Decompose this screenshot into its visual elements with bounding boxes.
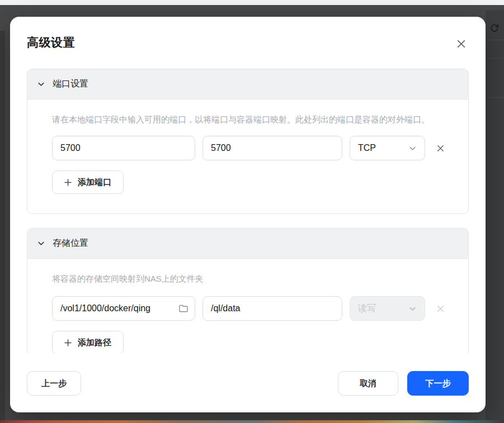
port-settings-section: 端口设置 请在本地端口字段中输入可用的端口，以将端口与容器端口映射。此处列出的端… [27, 69, 469, 214]
remove-port-button[interactable] [435, 142, 446, 154]
remove-path-button [435, 302, 446, 315]
remove-icon [436, 305, 445, 313]
next-step-button[interactable]: 下一步 [407, 371, 469, 396]
remove-icon [436, 144, 445, 153]
toolbar-divider [486, 97, 504, 98]
toolbar-divider [486, 40, 504, 40]
local-port-input[interactable] [52, 136, 195, 160]
folder-icon [178, 303, 189, 314]
dialog-title: 高级设置 [27, 35, 75, 50]
plus-icon [64, 339, 72, 346]
background-window-edge [0, 31, 5, 423]
add-path-label: 添加路径 [78, 338, 111, 348]
chevron-down-icon [37, 239, 45, 248]
add-port-button[interactable]: 添加端口 [52, 170, 124, 194]
section-title: 存储位置 [53, 237, 88, 249]
storage-location-header[interactable]: 存储位置 [27, 229, 468, 259]
container-path-input[interactable] [202, 296, 342, 321]
container-port-input[interactable] [202, 136, 342, 160]
permission-select: 读写 [350, 296, 425, 321]
section-title: 端口设置 [53, 78, 88, 90]
toolbar-divider [486, 58, 504, 59]
protocol-value: TCP [358, 143, 376, 153]
cancel-button[interactable]: 取消 [338, 371, 398, 396]
advanced-settings-dialog: 高级设置 端口设置 请在本地端口字段中输入可用的端口，以将端口与容器端口映射。此… [10, 17, 486, 412]
desktop-wallpaper-strip [0, 420, 504, 423]
add-port-label: 添加端口 [78, 177, 111, 188]
port-settings-header[interactable]: 端口设置 [27, 69, 468, 99]
storage-location-section: 存储位置 将容器的存储空间映射到NAS上的文件夹 [27, 228, 469, 353]
top-strip [0, 0, 504, 5]
add-path-button[interactable]: 添加路径 [52, 331, 124, 353]
port-settings-description: 请在本地端口字段中输入可用的端口，以将端口与容器端口映射。此处列出的端口是容器的… [52, 110, 446, 129]
previous-step-button[interactable]: 上一步 [27, 371, 81, 396]
storage-mapping-row: 读写 [52, 296, 446, 321]
protocol-select[interactable]: TCP [350, 136, 425, 160]
screen: 高级设置 端口设置 请在本地端口字段中输入可用的端口，以将端口与容器端口映射。此… [0, 0, 504, 423]
plus-icon [64, 179, 72, 186]
chevron-down-icon [37, 80, 45, 88]
folder-browse-button[interactable] [177, 302, 190, 315]
permission-value: 读写 [358, 303, 376, 315]
port-mapping-row: TCP [52, 136, 446, 160]
chevron-down-icon [408, 144, 417, 153]
close-button[interactable] [454, 37, 468, 50]
storage-description: 将容器的存储空间映射到NAS上的文件夹 [52, 269, 446, 288]
chevron-down-icon [408, 305, 417, 313]
close-icon [456, 39, 466, 49]
refresh-icon[interactable] [488, 21, 501, 35]
storage-section-scroll-area[interactable]: 存储位置 将容器的存储空间映射到NAS上的文件夹 [27, 228, 469, 353]
background-toolbar [486, 10, 504, 423]
dialog-footer: 上一步 取消 下一步 [27, 371, 469, 396]
nas-path-input[interactable] [52, 296, 195, 321]
